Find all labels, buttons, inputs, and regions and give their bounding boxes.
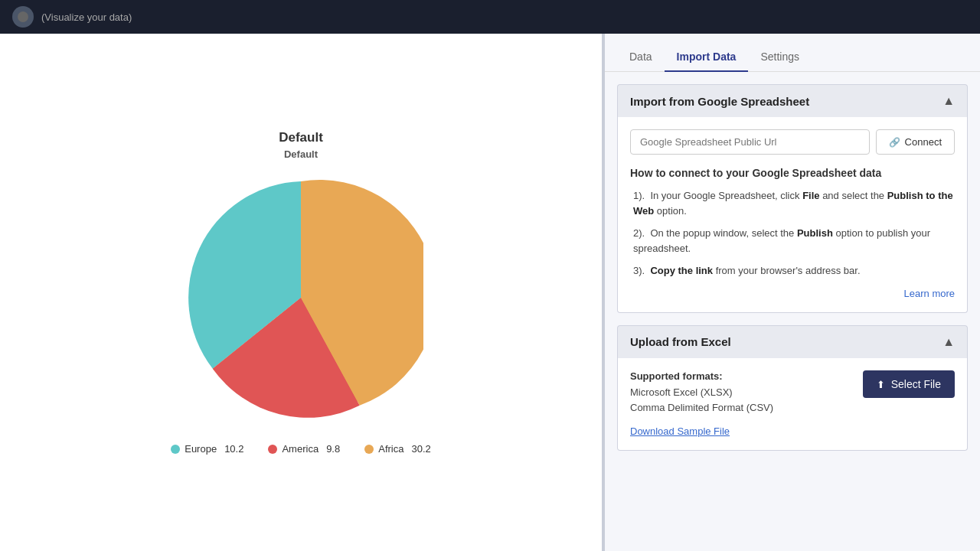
format-xlsx: Microsoft Excel (XLSX) — [630, 385, 773, 401]
legend-dot-america — [268, 445, 277, 454]
chart-title: Default — [279, 130, 323, 145]
right-panel: Data Import Data Settings Import from Go… — [605, 34, 980, 551]
upload-row: Supported formats: Microsoft Excel (XLSX… — [630, 370, 955, 417]
select-file-button[interactable]: Select File — [863, 370, 955, 398]
google-accordion-title: Import from Google Spreadsheet — [630, 95, 809, 108]
pie-chart — [178, 175, 423, 420]
google-accordion-body: Connect How to connect to your Google Sp… — [617, 117, 968, 313]
legend-item-europe: Europe 10.2 — [171, 443, 243, 455]
google-accordion-header[interactable]: Import from Google Spreadsheet ▲ — [617, 84, 968, 117]
download-sample-link[interactable]: Download Sample File — [630, 425, 730, 437]
instruction-step3: 3). Copy the link from your browser's ad… — [630, 263, 955, 279]
legend-label-america: America — [282, 443, 318, 455]
learn-more-link[interactable]: Learn more — [904, 288, 955, 299]
learn-more-row: Learn more — [630, 286, 955, 300]
instructions-title: How to connect to your Google Spreadshee… — [630, 167, 955, 179]
instruction-step1: 1). In your Google Spreadsheet, click Fi… — [630, 188, 955, 218]
svg-point-0 — [18, 11, 28, 22]
tab-data[interactable]: Data — [617, 43, 665, 72]
legend-value-america: 9.8 — [326, 443, 340, 455]
chart-legend: Europe 10.2 America 9.8 Africa 30.2 — [171, 443, 431, 455]
connect-button-label: Connect — [905, 136, 942, 148]
app-title: (Visualize your data) — [41, 11, 132, 23]
upload-icon — [877, 378, 885, 390]
formats-info: Supported formats: Microsoft Excel (XLSX… — [630, 370, 773, 417]
instruction-step2: 2). On the popup window, select the Publ… — [630, 226, 955, 256]
excel-accordion-title: Upload from Excel — [630, 335, 731, 348]
supported-formats-label: Supported formats: — [630, 370, 773, 382]
legend-value-africa: 30.2 — [411, 443, 430, 455]
url-input-row: Connect — [630, 129, 955, 155]
google-url-input[interactable] — [630, 129, 870, 155]
excel-accordion-header[interactable]: Upload from Excel ▲ — [617, 325, 968, 358]
legend-value-europe: 10.2 — [224, 443, 243, 455]
chart-subtitle: Default — [284, 148, 318, 160]
tabs-bar: Data Import Data Settings — [605, 34, 980, 72]
app-logo — [12, 6, 34, 28]
excel-accordion-body: Supported formats: Microsoft Excel (XLSX… — [617, 358, 968, 452]
connect-button[interactable]: Connect — [876, 129, 955, 155]
tab-import-data[interactable]: Import Data — [665, 43, 749, 72]
legend-dot-africa — [364, 445, 374, 454]
panel-content: Import from Google Spreadsheet ▲ Connect… — [605, 72, 980, 551]
excel-accordion-arrow: ▲ — [942, 335, 955, 349]
google-accordion-arrow: ▲ — [942, 94, 955, 108]
link-icon — [889, 136, 900, 148]
tab-settings[interactable]: Settings — [748, 43, 812, 72]
legend-label-africa: Africa — [378, 443, 403, 455]
legend-label-europe: Europe — [185, 443, 217, 455]
legend-item-africa: Africa 30.2 — [364, 443, 431, 455]
chart-panel: Default Default Europe 10.2 Am — [0, 34, 602, 551]
legend-dot-europe — [171, 445, 180, 454]
topbar: (Visualize your data) — [0, 0, 980, 34]
main-area: Default Default Europe 10.2 Am — [0, 34, 980, 551]
format-csv: Comma Delimited Format (CSV) — [630, 400, 773, 416]
select-file-label: Select File — [891, 378, 941, 390]
legend-item-america: America 9.8 — [268, 443, 340, 455]
